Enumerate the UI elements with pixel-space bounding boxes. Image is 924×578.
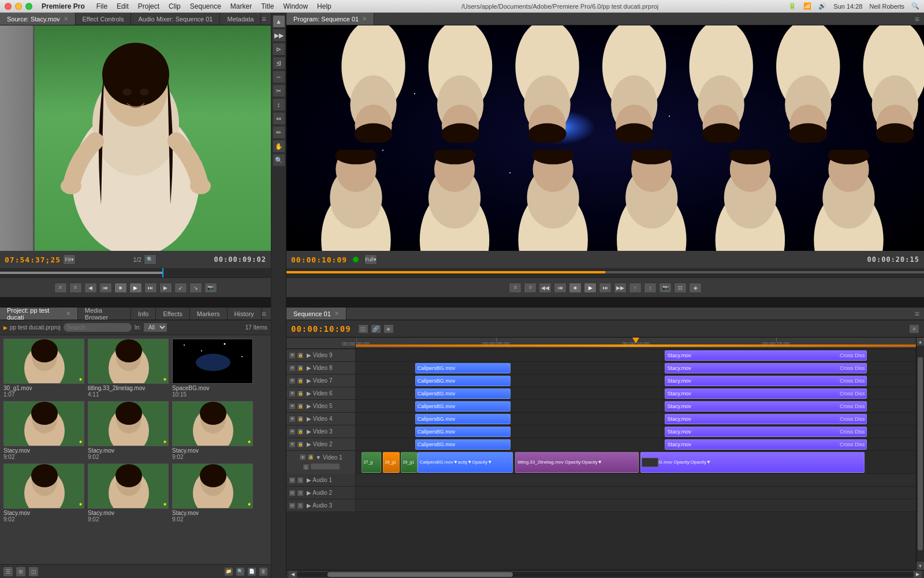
clip-item[interactable]: ★ Stacy.mov 9:02 [172, 401, 253, 460]
tab-project[interactable]: Project: pp test ducati ✕ [0, 307, 78, 320]
timeline-clip-v1-5[interactable]: titling.33_2linetag.mov Opacity:Opacity▼ [515, 452, 638, 473]
new-bin-icon[interactable]: 📁 [225, 568, 233, 576]
prog-play[interactable]: ▶ [584, 283, 597, 293]
tab-effect-controls[interactable]: Effect Controls [76, 13, 132, 25]
prog-stop[interactable]: ■ [569, 283, 582, 293]
rolling-edit-tool[interactable]: ⊴ [273, 57, 285, 69]
timeline-panel-menu[interactable]: ≡ [915, 309, 924, 318]
insert-btn[interactable]: ↙ [174, 283, 187, 293]
new-item-icon[interactable]: 📄 [248, 568, 256, 576]
prog-step-fwd[interactable]: ⏭ [599, 283, 612, 293]
clip-item[interactable]: ★ Stacy.mov 9:02 [3, 464, 84, 523]
clip-item[interactable]: ★ 30_g1.mov 1:07 [3, 339, 84, 398]
menu-sequence[interactable]: Sequence [190, 2, 221, 10]
prev-frame-btn[interactable]: ◀ [84, 283, 97, 293]
stop-btn[interactable]: ■ [114, 283, 127, 293]
timeline-ruler[interactable]: 00:00:00:00 00:00:05:00 00:00:10:00 00:0… [356, 338, 916, 349]
track-lock-icon[interactable]: 🔒 [297, 403, 304, 410]
scroll-right-btn[interactable]: ▶ [914, 570, 922, 579]
track-lock-icon[interactable]: 🔒 [297, 441, 304, 448]
timeline-scrollbar[interactable]: ◀ ▶ [286, 570, 924, 578]
track-eye-icon[interactable]: 👁 [289, 441, 296, 448]
clip-item[interactable]: ★ Stacy.mov 9:02 [172, 464, 253, 523]
menu-project[interactable]: Project [138, 2, 159, 10]
mark-out-btn[interactable]: ⌗ [69, 283, 82, 293]
source-panel-menu[interactable]: ≡ [262, 14, 271, 24]
track-solo-icon[interactable]: S [297, 502, 304, 509]
close-program-tab[interactable]: ✕ [362, 16, 367, 22]
track-lock-icon[interactable]: 🔒 [307, 454, 314, 461]
track-lock-icon[interactable]: 🔒 [297, 428, 304, 435]
track-content-video2[interactable]: CalipersBG.mov Stacy.mov Cross Diss [356, 438, 916, 450]
track-eye-icon[interactable]: 👁 [289, 365, 296, 372]
track-lock-icon[interactable]: 🔒 [297, 390, 304, 397]
timeline-clip[interactable]: CalipersBG.mov [415, 401, 511, 412]
timeline-clip[interactable]: CalipersBG.mov [415, 388, 511, 399]
track-content-audio1[interactable] [356, 474, 916, 486]
tab-history[interactable]: History [228, 307, 262, 320]
timeline-clip[interactable]: Stacy.mov Cross Diss [665, 414, 866, 424]
menu-title[interactable]: Title [261, 2, 274, 10]
close-timeline-tab[interactable]: ✕ [334, 310, 339, 317]
track-content-video6[interactable]: CalipersBG.mov Stacy.mov Cross Diss [356, 387, 916, 399]
timeline-clip[interactable]: CalipersBG.mov [415, 363, 511, 373]
prog-add-marker[interactable]: ◈ [689, 283, 702, 293]
play-btn[interactable]: ▶ [129, 283, 142, 293]
tab-audio-mixer[interactable]: Audio Mixer: Sequence 01 [131, 13, 220, 25]
search-icon[interactable]: 🔍 [911, 2, 919, 10]
track-eye-icon[interactable]: 👁 [289, 428, 296, 435]
timeline-clip-v1-3[interactable]: 29_g1 [401, 452, 418, 473]
step-back-btn[interactable]: ⏮ [99, 283, 112, 293]
prog-mark-out[interactable]: ⌗ [524, 283, 536, 293]
source-timeline-bar[interactable] [0, 268, 271, 277]
track-sync-icon[interactable]: S [303, 464, 310, 470]
tl-settings-icon[interactable]: ≡ [909, 324, 919, 334]
track-content-video7[interactable]: CalipersBG.mov Stacy.mov Cross Diss [356, 375, 916, 387]
timeline-clip[interactable]: Stacy.mov Cross Diss [665, 388, 866, 399]
menu-help[interactable]: Help [317, 2, 331, 10]
scroll-up-btn[interactable]: ▲ [916, 338, 924, 346]
track-eye-icon[interactable]: 👁 [289, 377, 296, 384]
track-content-video9[interactable]: Stacy.mov Cross Diss [356, 349, 916, 361]
timeline-clip-v1-6[interactable]: SpaceBG.mov Opacity:Opacity▼ [640, 452, 865, 473]
program-timeline-bar[interactable] [286, 268, 924, 277]
timeline-clip[interactable]: Stacy.mov Cross Diss [665, 363, 866, 373]
tab-program[interactable]: Program: Sequence 01 ✕ [286, 13, 374, 25]
slide-tool[interactable]: ⇔ [273, 112, 285, 125]
step-fwd-btn[interactable]: ⏭ [144, 283, 157, 293]
overwrite-btn[interactable]: ↘ [189, 283, 202, 293]
clip-item[interactable]: ★ titling.33_2linetag.mov 4:11 [88, 339, 169, 398]
slip-tool[interactable]: ↕ [273, 98, 285, 111]
scroll-left-btn[interactable]: ◀ [289, 570, 297, 579]
timeline-clip[interactable]: Stacy.mov Cross Diss [665, 439, 866, 450]
menu-marker[interactable]: Marker [230, 2, 252, 10]
close-source-tab[interactable]: ✕ [64, 16, 68, 22]
timeline-clip[interactable]: Stacy.mov Cross Diss [665, 376, 866, 386]
tab-effects[interactable]: Effects [156, 307, 189, 320]
menu-clip[interactable]: Clip [169, 2, 181, 10]
track-eye-icon[interactable]: 👁 [289, 352, 296, 359]
link-icon[interactable]: 🔗 [371, 324, 381, 334]
fit-dropdown[interactable]: Fit▾ [63, 254, 76, 265]
track-lock-icon[interactable]: 🔒 [297, 352, 304, 359]
search-input[interactable] [63, 323, 132, 332]
timeline-clip[interactable]: Stacy.mov Cross Diss [665, 427, 866, 437]
timeline-clip[interactable]: CalipersBG.mov [415, 439, 511, 450]
track-content-audio3[interactable] [356, 499, 916, 512]
track-mute-icon[interactable]: M [289, 477, 296, 484]
menu-edit[interactable]: Edit [117, 2, 129, 10]
track-lock-icon[interactable]: 🔒 [297, 365, 304, 372]
next-frame-btn[interactable]: ▶ [159, 283, 172, 293]
timeline-clip-v1-1[interactable]: 27_g [362, 452, 381, 473]
timeline-clip-v1-4[interactable]: CalipersBG.mov▼acity▼Opacity▼ [418, 452, 513, 473]
horizontal-scrollbar-track[interactable] [297, 572, 914, 577]
track-content-video5[interactable]: CalipersBG.mov Stacy.mov Cross Diss [356, 400, 916, 412]
clip-item[interactable]: ★ Stacy.mov 9:02 [88, 401, 169, 460]
prog-prev-edit[interactable]: ◀◀ [539, 283, 552, 293]
timeline-clip-v1-2[interactable]: 28_g1 [383, 452, 400, 473]
minimize-button[interactable] [15, 3, 22, 10]
track-content-video8[interactable]: CalipersBG.mov Stacy.mov Cross Diss [356, 362, 916, 374]
add-marker-icon[interactable]: ◈ [383, 324, 394, 334]
track-content-video3[interactable]: CalipersBG.mov Stacy.mov Cross Diss [356, 425, 916, 438]
razor-tool[interactable]: ✂ [273, 84, 285, 97]
